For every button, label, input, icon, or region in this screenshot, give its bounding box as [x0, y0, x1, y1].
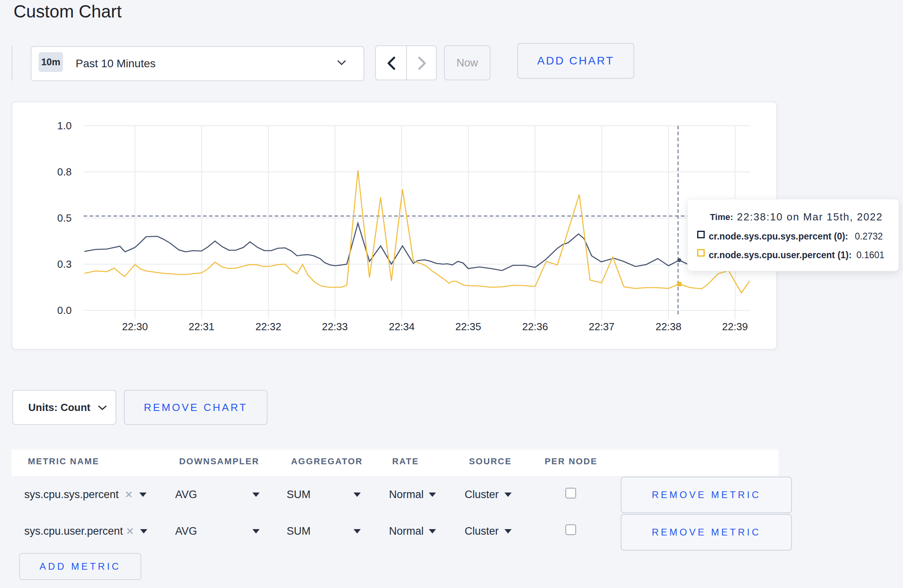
svg-text:22:39: 22:39 — [722, 321, 748, 333]
svg-text:22:34: 22:34 — [389, 321, 414, 333]
svg-text:22:30: 22:30 — [122, 321, 148, 333]
svg-text:22:37: 22:37 — [588, 321, 614, 333]
svg-text:0.8: 0.8 — [57, 166, 72, 178]
svg-text:22:36: 22:36 — [522, 321, 548, 333]
svg-text:1.0: 1.0 — [57, 120, 72, 132]
svg-text:22:32: 22:32 — [255, 321, 281, 333]
svg-text:0.3: 0.3 — [57, 258, 72, 270]
svg-text:22:33: 22:33 — [322, 321, 348, 333]
svg-text:22:38: 22:38 — [655, 321, 681, 333]
svg-text:22:35: 22:35 — [455, 321, 481, 333]
svg-text:0.5: 0.5 — [57, 212, 72, 224]
svg-text:0.0: 0.0 — [57, 304, 72, 316]
svg-text:22:31: 22:31 — [188, 321, 214, 333]
